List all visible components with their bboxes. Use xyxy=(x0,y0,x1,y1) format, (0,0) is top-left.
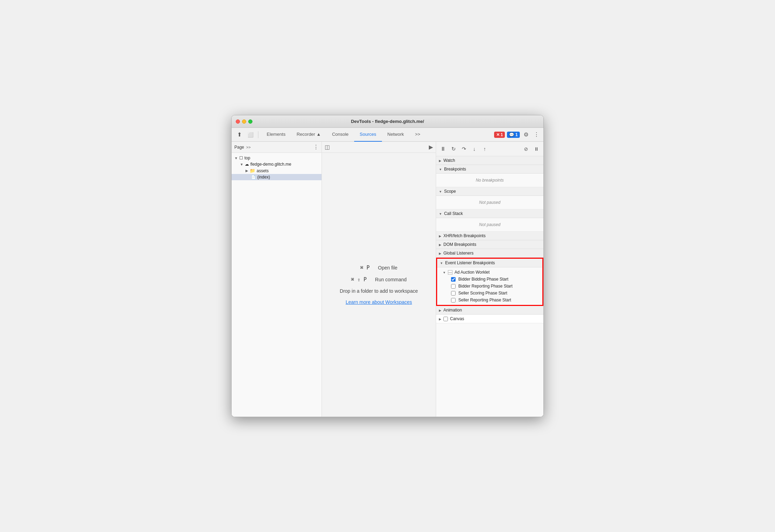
step-into-icon[interactable]: ↓ xyxy=(470,145,478,153)
close-button[interactable] xyxy=(236,119,240,124)
tree-item-icon: ☐ xyxy=(239,156,243,160)
worklet-minus-box: — xyxy=(448,270,452,275)
pause-on-exception-icon[interactable]: ⏸ xyxy=(532,145,541,153)
minimize-button[interactable] xyxy=(242,119,246,124)
xhr-chevron-icon xyxy=(439,233,441,238)
breakpoints-body: No breakpoints xyxy=(436,174,543,187)
tab-more[interactable]: >> xyxy=(409,128,426,142)
tab-console[interactable]: Console xyxy=(326,128,354,142)
debug-toolbar: ⏸ ↻ ↷ ↓ ↑ ⊘ ⏸ xyxy=(436,142,543,156)
global-listeners-chevron-icon xyxy=(439,251,441,256)
scope-chevron-icon xyxy=(439,189,442,194)
errors-count: 1 xyxy=(501,132,503,137)
chevron-down-icon: ▼ xyxy=(240,163,243,166)
folder-icon: 📁 xyxy=(250,168,255,173)
window-title: DevTools - fledge-demo.glitch.me/ xyxy=(351,119,424,124)
dom-breakpoints-section-header[interactable]: DOM Breakpoints xyxy=(436,240,543,249)
device-toggle-icon[interactable]: ⬜ xyxy=(245,130,255,140)
call-stack-section-header[interactable]: Call Stack xyxy=(436,209,543,218)
resume-icon[interactable]: ↻ xyxy=(449,145,458,153)
canvas-checkbox[interactable] xyxy=(443,317,448,321)
xhr-breakpoints-label: XHR/fetch Breakpoints xyxy=(443,233,485,238)
seller-reporting-checkbox[interactable] xyxy=(451,298,456,302)
ad-auction-worklet-header[interactable]: — Ad Auction Worklet xyxy=(437,269,542,276)
workspace-link[interactable]: Learn more about Workspaces xyxy=(345,299,412,305)
ad-auction-worklet-label: Ad Auction Worklet xyxy=(455,270,490,275)
animation-label: Animation xyxy=(443,308,462,313)
tab-network[interactable]: Network xyxy=(382,128,410,142)
canvas-label: Canvas xyxy=(450,316,464,321)
canvas-chevron-icon xyxy=(439,316,441,321)
open-file-label: Open file xyxy=(378,265,398,271)
error-icon: ✕ xyxy=(496,132,500,137)
right-panel: ⏸ ↻ ↷ ↓ ↑ ⊘ ⏸ Watch Breakpoints xyxy=(436,142,543,417)
devtools-window: DevTools - fledge-demo.glitch.me/ ⬆ ⬜ El… xyxy=(231,115,544,417)
sidebar-toggle-icon[interactable]: ◫ xyxy=(325,144,330,150)
bidder-reporting-phase-item[interactable]: Bidder Reporting Phase Start xyxy=(437,283,542,290)
main-toolbar: ⬆ ⬜ Elements Recorder ▲ Console Sources … xyxy=(232,128,543,142)
file-icon: 📄 xyxy=(251,175,256,180)
watch-section-header[interactable]: Watch xyxy=(436,156,543,165)
canvas-section-header[interactable]: Canvas xyxy=(436,315,543,323)
seller-reporting-phase-item[interactable]: Seller Reporting Phase Start xyxy=(437,297,542,304)
cursor-tool-icon[interactable]: ⬆ xyxy=(234,130,244,140)
more-panels-icon[interactable]: >> xyxy=(246,145,251,149)
scope-section-header[interactable]: Scope xyxy=(436,187,543,196)
tree-item-label: assets xyxy=(257,168,269,173)
call-stack-empty: Not paused xyxy=(440,220,539,229)
animation-section-header[interactable]: Animation xyxy=(436,306,543,315)
xhr-breakpoints-section-header[interactable]: XHR/fetch Breakpoints xyxy=(436,232,543,240)
middle-panel: ◫ ▶ ⌘ P Open file ⌘ ⇧ P Run command Drop… xyxy=(322,142,436,417)
tree-item-assets[interactable]: ▶ 📁 assets xyxy=(232,167,322,174)
maximize-button[interactable] xyxy=(248,119,252,124)
seller-scoring-phase-item[interactable]: Seller Scoring Phase Start xyxy=(437,290,542,297)
deactivate-breakpoints-icon[interactable]: ⊘ xyxy=(522,145,530,153)
message-icon: 💬 xyxy=(509,132,514,137)
bidder-bidding-checkbox[interactable] xyxy=(451,277,456,282)
watch-label: Watch xyxy=(443,158,455,163)
event-listener-breakpoints-label: Event Listener Breakpoints xyxy=(445,260,495,265)
open-file-shortcut: ⌘ P xyxy=(360,265,369,271)
tree-item-label: top xyxy=(244,156,250,160)
step-over-icon[interactable]: ↷ xyxy=(460,145,468,153)
tree-item-top[interactable]: ▼ ☐ top xyxy=(232,155,322,161)
settings-icon[interactable]: ⚙ xyxy=(522,131,530,139)
seller-scoring-label: Seller Scoring Phase Start xyxy=(458,291,507,296)
left-panel-toolbar: Page >> ⋮ xyxy=(232,142,322,153)
titlebar: DevTools - fledge-demo.glitch.me/ xyxy=(232,115,543,128)
seller-scoring-checkbox[interactable] xyxy=(451,291,456,296)
left-toolbar-icons: ⋮ xyxy=(313,144,319,150)
run-icon[interactable]: ▶ xyxy=(429,144,433,150)
middle-toolbar: ◫ ▶ xyxy=(322,142,436,153)
tab-elements[interactable]: Elements xyxy=(261,128,291,142)
dom-chevron-icon xyxy=(439,242,441,247)
step-out-icon[interactable]: ↑ xyxy=(481,145,489,153)
scope-body: Not paused xyxy=(436,196,543,209)
animation-chevron-icon xyxy=(439,308,441,313)
cloud-icon: ☁ xyxy=(245,162,249,167)
global-listeners-label: Global Listeners xyxy=(443,251,474,256)
right-panel-scroll[interactable]: Watch Breakpoints No breakpoints Scope N… xyxy=(436,156,543,417)
breakpoints-section-header[interactable]: Breakpoints xyxy=(436,165,543,174)
panel-menu-icon[interactable]: ⋮ xyxy=(313,144,319,150)
tree-item-label: fledge-demo.glitch.me xyxy=(250,162,291,167)
call-stack-label: Call Stack xyxy=(444,211,463,216)
global-listeners-section-header[interactable]: Global Listeners xyxy=(436,249,543,258)
pause-icon[interactable]: ⏸ xyxy=(439,145,447,153)
more-options-icon[interactable]: ⋮ xyxy=(532,131,541,139)
event-listener-breakpoints-header[interactable]: Event Listener Breakpoints xyxy=(437,259,542,267)
event-listener-chevron-icon xyxy=(440,260,443,265)
bidder-bidding-label: Bidder Bidding Phase Start xyxy=(458,277,508,282)
bidder-bidding-phase-item[interactable]: Bidder Bidding Phase Start xyxy=(437,276,542,283)
dom-breakpoints-label: DOM Breakpoints xyxy=(443,242,476,247)
tree-item-index[interactable]: 📄 (index) xyxy=(232,174,322,180)
errors-badge[interactable]: ✕ 1 xyxy=(494,132,505,138)
main-tabs: Elements Recorder ▲ Console Sources Netw… xyxy=(261,128,493,142)
bidder-reporting-checkbox[interactable] xyxy=(451,284,456,289)
tree-item-domain[interactable]: ▼ ☁ fledge-demo.glitch.me xyxy=(232,161,322,167)
tab-recorder[interactable]: Recorder ▲ xyxy=(291,128,326,142)
tab-sources[interactable]: Sources xyxy=(354,128,382,142)
bidder-reporting-label: Bidder Reporting Phase Start xyxy=(458,284,512,289)
watch-chevron-icon xyxy=(439,158,441,163)
messages-badge[interactable]: 💬 1 xyxy=(507,132,520,138)
